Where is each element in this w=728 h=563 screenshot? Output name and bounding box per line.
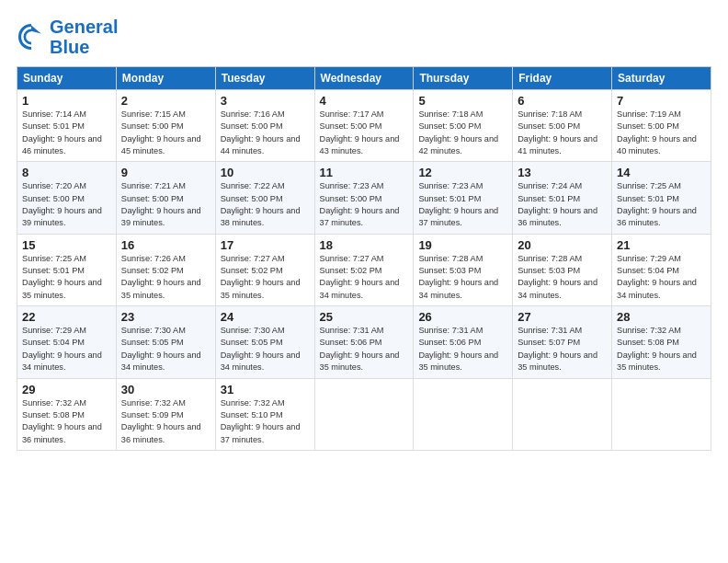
calendar-cell xyxy=(612,378,711,450)
calendar-cell: 23 Sunrise: 7:30 AM Sunset: 5:05 PM Dayl… xyxy=(116,306,215,378)
col-header-tuesday: Tuesday xyxy=(215,67,314,90)
daylight-label: Daylight: 9 hours and 39 minutes. xyxy=(121,206,201,227)
day-info: Sunrise: 7:28 AM Sunset: 5:03 PM Dayligh… xyxy=(518,253,607,302)
sunrise-label: Sunrise: 7:27 AM xyxy=(320,254,384,263)
sunrise-label: Sunrise: 7:16 AM xyxy=(221,109,285,119)
day-info: Sunrise: 7:17 AM Sunset: 5:00 PM Dayligh… xyxy=(320,109,409,157)
sunset-label: Sunset: 5:03 PM xyxy=(418,266,481,275)
daylight-label: Daylight: 9 hours and 35 minutes. xyxy=(418,350,498,372)
calendar-cell: 8 Sunrise: 7:20 AM Sunset: 5:00 PM Dayli… xyxy=(17,162,117,234)
day-number: 5 xyxy=(418,94,507,108)
sunset-label: Sunset: 5:09 PM xyxy=(121,410,184,419)
day-number: 18 xyxy=(320,238,409,252)
day-number: 7 xyxy=(617,94,706,108)
daylight-label: Daylight: 9 hours and 40 minutes. xyxy=(617,134,697,155)
calendar-cell: 28 Sunrise: 7:32 AM Sunset: 5:08 PM Dayl… xyxy=(612,306,711,378)
sunset-label: Sunset: 5:00 PM xyxy=(418,121,481,131)
daylight-label: Daylight: 9 hours and 38 minutes. xyxy=(221,206,301,227)
day-info: Sunrise: 7:26 AM Sunset: 5:02 PM Dayligh… xyxy=(121,253,210,302)
sunset-label: Sunset: 5:05 PM xyxy=(221,338,283,347)
sunrise-label: Sunrise: 7:28 AM xyxy=(518,254,582,263)
daylight-label: Daylight: 9 hours and 37 minutes. xyxy=(418,206,498,227)
day-info: Sunrise: 7:32 AM Sunset: 5:08 PM Dayligh… xyxy=(617,325,706,373)
sunset-label: Sunset: 5:00 PM xyxy=(617,121,679,131)
sunset-label: Sunset: 5:00 PM xyxy=(221,194,283,203)
daylight-label: Daylight: 9 hours and 34 minutes. xyxy=(320,278,400,299)
sunset-label: Sunset: 5:04 PM xyxy=(22,338,85,347)
calendar-cell: 18 Sunrise: 7:27 AM Sunset: 5:02 PM Dayl… xyxy=(314,234,414,305)
calendar-cell: 6 Sunrise: 7:18 AM Sunset: 5:00 PM Dayli… xyxy=(513,90,612,162)
daylight-label: Daylight: 9 hours and 36 minutes. xyxy=(22,422,102,443)
daylight-label: Daylight: 9 hours and 36 minutes. xyxy=(518,206,597,227)
sunrise-label: Sunrise: 7:32 AM xyxy=(617,326,681,335)
calendar-cell: 10 Sunrise: 7:22 AM Sunset: 5:00 PM Dayl… xyxy=(215,162,314,234)
calendar-cell xyxy=(513,378,612,450)
day-number: 20 xyxy=(518,238,607,252)
sunrise-label: Sunrise: 7:25 AM xyxy=(22,254,86,263)
sunrise-label: Sunrise: 7:26 AM xyxy=(121,254,186,263)
daylight-label: Daylight: 9 hours and 35 minutes. xyxy=(518,350,597,372)
col-header-thursday: Thursday xyxy=(414,67,513,90)
daylight-label: Daylight: 9 hours and 35 minutes. xyxy=(121,278,201,299)
calendar-cell: 22 Sunrise: 7:29 AM Sunset: 5:04 PM Dayl… xyxy=(17,306,117,378)
day-number: 4 xyxy=(320,94,409,108)
sunset-label: Sunset: 5:08 PM xyxy=(22,410,85,419)
sunrise-label: Sunrise: 7:20 AM xyxy=(22,181,86,190)
day-info: Sunrise: 7:31 AM Sunset: 5:06 PM Dayligh… xyxy=(320,325,409,373)
daylight-label: Daylight: 9 hours and 35 minutes. xyxy=(320,350,400,372)
day-info: Sunrise: 7:30 AM Sunset: 5:05 PM Dayligh… xyxy=(121,325,210,373)
sunrise-label: Sunrise: 7:22 AM xyxy=(221,181,285,190)
calendar-cell: 26 Sunrise: 7:31 AM Sunset: 5:06 PM Dayl… xyxy=(414,306,513,378)
sunrise-label: Sunrise: 7:17 AM xyxy=(320,109,384,119)
day-number: 15 xyxy=(22,238,111,252)
calendar-cell: 14 Sunrise: 7:25 AM Sunset: 5:01 PM Dayl… xyxy=(612,162,711,234)
daylight-label: Daylight: 9 hours and 36 minutes. xyxy=(121,422,201,443)
sunrise-label: Sunrise: 7:14 AM xyxy=(22,109,86,119)
day-number: 10 xyxy=(221,166,310,179)
calendar-cell: 13 Sunrise: 7:24 AM Sunset: 5:01 PM Dayl… xyxy=(513,162,612,234)
sunset-label: Sunset: 5:03 PM xyxy=(518,266,580,275)
sunset-label: Sunset: 5:01 PM xyxy=(418,194,481,203)
day-info: Sunrise: 7:16 AM Sunset: 5:00 PM Dayligh… xyxy=(221,109,310,157)
day-number: 24 xyxy=(221,310,310,324)
calendar-cell xyxy=(314,378,414,450)
day-number: 27 xyxy=(518,310,607,324)
sunset-label: Sunset: 5:05 PM xyxy=(121,338,184,347)
logo-text: General Blue xyxy=(50,17,118,57)
calendar-cell: 19 Sunrise: 7:28 AM Sunset: 5:03 PM Dayl… xyxy=(414,234,513,305)
sunset-label: Sunset: 5:00 PM xyxy=(221,121,283,131)
day-info: Sunrise: 7:19 AM Sunset: 5:00 PM Dayligh… xyxy=(617,109,706,157)
col-header-friday: Friday xyxy=(513,67,612,90)
day-info: Sunrise: 7:31 AM Sunset: 5:06 PM Dayligh… xyxy=(418,325,507,373)
sunrise-label: Sunrise: 7:18 AM xyxy=(518,109,582,119)
day-info: Sunrise: 7:31 AM Sunset: 5:07 PM Dayligh… xyxy=(518,325,607,373)
day-info: Sunrise: 7:28 AM Sunset: 5:03 PM Dayligh… xyxy=(418,253,507,302)
day-info: Sunrise: 7:32 AM Sunset: 5:10 PM Dayligh… xyxy=(221,397,310,446)
sunrise-label: Sunrise: 7:30 AM xyxy=(221,326,285,335)
day-info: Sunrise: 7:18 AM Sunset: 5:00 PM Dayligh… xyxy=(518,109,607,157)
daylight-label: Daylight: 9 hours and 43 minutes. xyxy=(320,134,400,155)
daylight-label: Daylight: 9 hours and 39 minutes. xyxy=(22,206,102,227)
sunrise-label: Sunrise: 7:23 AM xyxy=(418,181,483,190)
calendar-cell: 5 Sunrise: 7:18 AM Sunset: 5:00 PM Dayli… xyxy=(414,90,513,162)
sunrise-label: Sunrise: 7:15 AM xyxy=(121,109,186,119)
header: General Blue xyxy=(17,17,711,57)
sunset-label: Sunset: 5:00 PM xyxy=(320,121,382,131)
day-number: 12 xyxy=(418,166,507,179)
calendar-cell: 2 Sunrise: 7:15 AM Sunset: 5:00 PM Dayli… xyxy=(116,90,215,162)
day-number: 3 xyxy=(221,94,310,108)
col-header-sunday: Sunday xyxy=(17,67,117,90)
calendar-cell: 29 Sunrise: 7:32 AM Sunset: 5:08 PM Dayl… xyxy=(17,378,117,450)
day-info: Sunrise: 7:32 AM Sunset: 5:09 PM Dayligh… xyxy=(121,397,210,446)
day-number: 28 xyxy=(617,310,706,324)
sunrise-label: Sunrise: 7:31 AM xyxy=(518,326,582,335)
calendar-cell: 9 Sunrise: 7:21 AM Sunset: 5:00 PM Dayli… xyxy=(116,162,215,234)
sunset-label: Sunset: 5:02 PM xyxy=(320,266,382,275)
daylight-label: Daylight: 9 hours and 35 minutes. xyxy=(22,278,102,299)
day-number: 14 xyxy=(617,166,706,179)
sunset-label: Sunset: 5:00 PM xyxy=(121,194,184,203)
sunrise-label: Sunrise: 7:31 AM xyxy=(418,326,483,335)
sunset-label: Sunset: 5:06 PM xyxy=(418,338,481,347)
daylight-label: Daylight: 9 hours and 34 minutes. xyxy=(221,350,301,372)
sunrise-label: Sunrise: 7:31 AM xyxy=(320,326,384,335)
